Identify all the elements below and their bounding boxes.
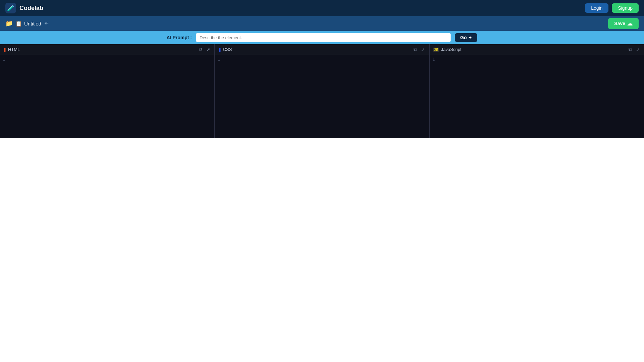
expand-icon: ⤢ (206, 47, 210, 52)
nav-right: Login Signup (585, 3, 639, 13)
expand-icon: ⤢ (636, 47, 640, 52)
html-expand-button[interactable]: ⤢ (206, 46, 211, 53)
js-lang-text: JavaScript (441, 47, 462, 52)
css-copy-button[interactable]: ⧉ (413, 46, 418, 53)
html-editor-panel: ▮ HTML ⧉ ⤢ 1 (0, 44, 215, 138)
file-name: Untitled (24, 21, 41, 26)
copy-icon: ⧉ (414, 47, 417, 52)
js-expand-button[interactable]: ⤢ (635, 46, 641, 53)
top-nav: 🧪 Codelab Login Signup (0, 0, 644, 16)
folder-icon[interactable]: 📁 (5, 20, 13, 27)
login-button[interactable]: Login (585, 3, 608, 13)
js-copy-button[interactable]: ⧉ (628, 46, 633, 53)
ai-prompt-input[interactable] (196, 33, 451, 42)
editors-area: ▮ HTML ⧉ ⤢ 1 ▮ CSS ⧉ (0, 44, 644, 138)
js-editor-header: JS JavaScript ⧉ ⤢ (430, 44, 644, 55)
js-editor-body[interactable]: 1 (430, 55, 644, 138)
html-line-number: 1 (3, 57, 5, 62)
copy-icon: ⧉ (199, 47, 202, 52)
css-editor-actions: ⧉ ⤢ (413, 46, 426, 53)
html-lang-icon: ▮ (3, 47, 6, 52)
html-editor-body[interactable]: 1 (0, 55, 214, 138)
bottom-area (0, 138, 644, 362)
go-button[interactable]: Go ✦ (455, 33, 477, 42)
js-editor-panel: JS JavaScript ⧉ ⤢ 1 (430, 44, 644, 138)
logo-icon: 🧪 (7, 4, 14, 12)
css-editor-header: ▮ CSS ⧉ ⤢ (215, 44, 429, 55)
signup-button[interactable]: Signup (612, 3, 639, 13)
nav-left: 🧪 Codelab (5, 3, 43, 13)
app-logo: 🧪 (5, 3, 16, 13)
html-editor-header: ▮ HTML ⧉ ⤢ (0, 44, 214, 55)
sparkle-icon: ✦ (468, 35, 472, 40)
css-lang-label: ▮ CSS (218, 47, 232, 52)
file-info: 📁 📋 Untitled ✏ (5, 20, 49, 27)
edit-icon[interactable]: ✏ (45, 21, 49, 26)
css-lang-text: CSS (223, 47, 232, 52)
js-editor-actions: ⧉ ⤢ (628, 46, 641, 53)
ai-prompt-bar: AI Prompt : Go ✦ (0, 31, 644, 44)
js-lang-icon: JS (433, 48, 439, 52)
file-label: 📋 Untitled ✏ (15, 20, 49, 27)
css-lang-icon: ▮ (218, 47, 221, 52)
css-expand-button[interactable]: ⤢ (420, 46, 426, 53)
css-line-number: 1 (218, 57, 220, 62)
cloud-icon: ☁ (627, 20, 633, 27)
html-copy-button[interactable]: ⧉ (198, 46, 203, 53)
js-lang-label: JS JavaScript (433, 47, 461, 52)
html-lang-label: ▮ HTML (3, 47, 20, 52)
go-label: Go (460, 35, 467, 40)
html-editor-actions: ⧉ ⤢ (198, 46, 211, 53)
save-button[interactable]: Save ☁ (608, 18, 639, 29)
js-line-number: 1 (432, 57, 435, 62)
expand-icon: ⤢ (421, 47, 425, 52)
html-lang-text: HTML (8, 47, 20, 52)
file-doc-icon: 📋 (15, 20, 22, 27)
copy-icon: ⧉ (629, 47, 632, 52)
app-title: Codelab (19, 5, 43, 12)
css-editor-body[interactable]: 1 (215, 55, 429, 138)
second-toolbar: 📁 📋 Untitled ✏ Save ☁ (0, 16, 644, 31)
css-editor-panel: ▮ CSS ⧉ ⤢ 1 (215, 44, 430, 138)
ai-prompt-label: AI Prompt : (167, 35, 192, 40)
save-label: Save (614, 21, 625, 26)
